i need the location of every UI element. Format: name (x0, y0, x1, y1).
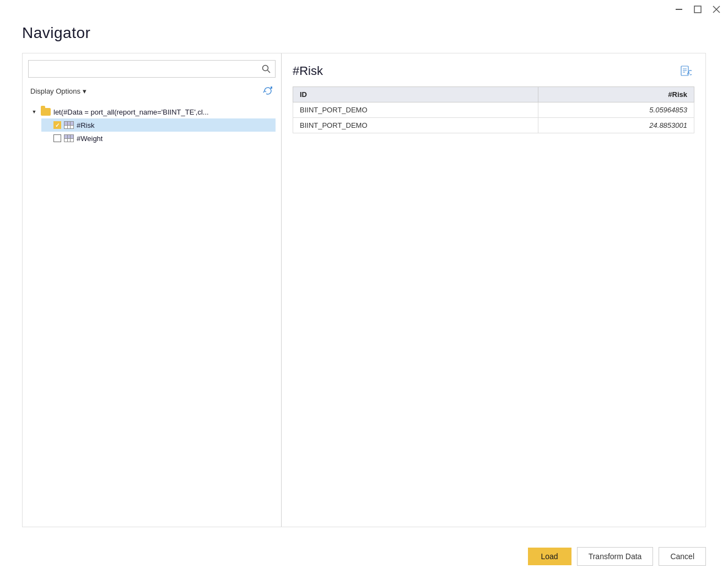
refresh-button[interactable] (260, 83, 276, 99)
svg-rect-1 (694, 6, 701, 13)
preview-refresh-button[interactable] (677, 62, 694, 80)
search-container (28, 60, 276, 78)
folder-icon (40, 107, 51, 116)
footer: Load Transform Data Cancel (0, 538, 728, 579)
table-icon-weight (64, 134, 74, 142)
tree-container: let(#Data = port_all(report_name='BIINT_… (28, 105, 276, 520)
svg-rect-6 (271, 86, 272, 89)
tree-item-weight[interactable]: #Weight (41, 132, 276, 145)
left-panel: Display Options ▾ (23, 53, 282, 527)
body-layout: Display Options ▾ (22, 53, 706, 527)
tree-item-weight-label: #Weight (77, 134, 103, 143)
cell-risk-1: 5.05964853 (538, 102, 694, 118)
search-input[interactable] (28, 60, 276, 78)
folder-shape (41, 108, 51, 116)
transform-data-button[interactable]: Transform Data (577, 547, 654, 566)
cell-id-2: BIINT_PORT_DEMO (293, 118, 538, 133)
tree-root-node: let(#Data = port_all(report_name='BIINT_… (28, 105, 276, 145)
col-header-id: ID (293, 87, 538, 102)
display-options-label: Display Options (30, 87, 80, 95)
svg-line-5 (268, 71, 271, 73)
chevron-down-icon: ▾ (83, 87, 87, 95)
preview-table-header: ID #Risk (293, 87, 694, 102)
table-icon-container-risk (63, 121, 74, 129)
search-button[interactable] (257, 60, 276, 78)
right-panel: #Risk ID #Risk (282, 53, 705, 527)
maximize-button[interactable] (693, 4, 703, 14)
preview-table: ID #Risk BIINT_PORT_DEMO 5.05964853 BIIN… (293, 86, 694, 133)
refresh-icon (263, 86, 273, 96)
tree-item-risk-label: #Risk (77, 121, 95, 129)
preview-title: #Risk (293, 64, 323, 78)
tree-root-label: let(#Data = port_all(report_name='BIINT_… (53, 108, 209, 116)
preview-refresh-icon (680, 65, 692, 77)
tree-root-row[interactable]: let(#Data = port_all(report_name='BIINT_… (28, 105, 276, 118)
preview-table-header-row: ID #Risk (293, 87, 694, 102)
cell-id-1: BIINT_PORT_DEMO (293, 102, 538, 118)
main-content: Navigator Display Options ▾ (0, 19, 728, 538)
tree-item-risk[interactable]: ✓ #Risk (41, 118, 276, 132)
preview-table-body: BIINT_PORT_DEMO 5.05964853 BIINT_PORT_DE… (293, 102, 694, 133)
table-icon-container-weight (63, 134, 74, 143)
tree-expand-icon (30, 108, 38, 116)
page-title: Navigator (22, 24, 706, 42)
table-row: BIINT_PORT_DEMO 24.8853001 (293, 118, 694, 133)
checkbox-risk[interactable]: ✓ (53, 121, 61, 129)
search-icon (262, 64, 271, 73)
col-header-risk: #Risk (538, 87, 694, 102)
svg-rect-0 (676, 9, 682, 10)
load-button[interactable]: Load (528, 548, 571, 565)
cell-risk-2: 24.8853001 (538, 118, 694, 133)
display-options-button[interactable]: Display Options ▾ (28, 86, 89, 96)
svg-point-4 (263, 66, 268, 71)
display-options-row: Display Options ▾ (28, 83, 276, 99)
table-icon-risk (64, 121, 74, 129)
checkbox-weight[interactable] (53, 134, 61, 142)
minimize-button[interactable] (674, 4, 684, 14)
cancel-button[interactable]: Cancel (659, 547, 706, 566)
window-chrome (0, 0, 728, 19)
close-button[interactable] (711, 4, 721, 14)
table-row: BIINT_PORT_DEMO 5.05964853 (293, 102, 694, 118)
preview-header: #Risk (293, 62, 694, 80)
tree-children: ✓ #Risk (28, 118, 276, 145)
